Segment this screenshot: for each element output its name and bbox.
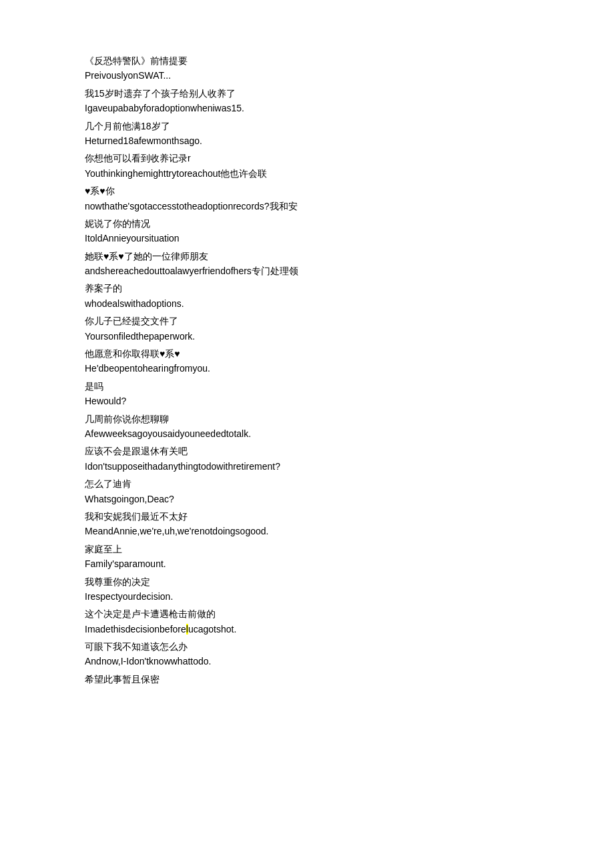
pair-10: 是吗 Hewould?	[85, 379, 529, 409]
english-7: whodealswithadoptions.	[85, 296, 529, 311]
pair-18: 可眼下我不知道该怎么办 Andnow,I-Idon'tknowwhattodo.	[85, 639, 529, 669]
pair-3: 你想他可以看到收养记录r Youthinkinghemighttrytoreac…	[85, 151, 529, 181]
english-17-before: Imadethisdecisionbefore	[85, 624, 186, 634]
english-14: MeandAnnie,we're,uh,we'renotdoingsogood.	[85, 524, 529, 538]
pair-7: 养案子的 whodealswithadoptions.	[85, 281, 529, 311]
chinese-15: 家庭至上	[85, 542, 529, 556]
pair-15: 家庭至上 Family'sparamount.	[85, 542, 529, 572]
english-11: Afewweeksagoyousaidyouneededtotalk.	[85, 426, 529, 441]
pair-4: ♥系♥你 nowthathe'sgotaccesstotheadoptionre…	[85, 183, 529, 213]
english-4: nowthathe'sgotaccesstotheadoptionrecords…	[85, 199, 529, 213]
chinese-19: 希望此事暂且保密	[85, 672, 529, 687]
chinese-5: 妮说了你的情况	[85, 216, 529, 231]
chinese-1: 我15岁时遗弃了个孩子给别人收养了	[85, 86, 529, 101]
pair-13: 怎么了迪肯 Whatsgoingon,Deac?	[85, 476, 529, 506]
english-17-after: ucagotshot.	[188, 624, 236, 634]
chinese-12: 应该不会是跟退休有关吧	[85, 444, 529, 458]
chinese-4: ♥系♥你	[85, 183, 529, 198]
chinese-0: 《反恐特警队》前情提要	[85, 53, 529, 68]
main-content: 《反恐特警队》前情提要 PreivouslyonSWAT... 我15岁时遗弃了…	[85, 53, 529, 687]
english-18: Andnow,I-Idon'tknowwhattodo.	[85, 654, 529, 669]
english-0: PreivouslyonSWAT...	[85, 68, 529, 83]
chinese-7: 养案子的	[85, 281, 529, 296]
english-17: Imadethisdecisionbeforelucagotshot.	[85, 622, 529, 636]
chinese-16: 我尊重你的决定	[85, 574, 529, 589]
english-3: Youthinkinghemighttrytoreachout他也许会联	[85, 166, 529, 181]
chinese-9: 他愿意和你取得联♥系♥	[85, 346, 529, 361]
pair-6: 她联♥系♥了她的一位律师朋友 andshereachedouttoalawyer…	[85, 249, 529, 279]
chinese-18: 可眼下我不知道该怎么办	[85, 639, 529, 654]
english-13: Whatsgoingon,Deac?	[85, 492, 529, 506]
pair-1: 我15岁时遗弃了个孩子给别人收养了 Igaveupababyforadoptio…	[85, 86, 529, 116]
chinese-8: 你儿子已经提交文件了	[85, 314, 529, 328]
pair-14: 我和安妮我们最近不太好 MeandAnnie,we're,uh,we'renot…	[85, 509, 529, 539]
pair-0: 《反恐特警队》前情提要 PreivouslyonSWAT...	[85, 53, 529, 83]
english-16: Irespectyourdecision.	[85, 589, 529, 604]
chinese-11: 几周前你说你想聊聊	[85, 412, 529, 426]
pair-5: 妮说了你的情况 ItoldAnnieyoursituation	[85, 216, 529, 246]
english-8: Yoursonfiledthepaperwork.	[85, 329, 529, 344]
chinese-13: 怎么了迪肯	[85, 476, 529, 491]
english-5: ItoldAnnieyoursituation	[85, 231, 529, 246]
pair-9: 他愿意和你取得联♥系♥ He'dbeopentohearingfromyou.	[85, 346, 529, 376]
english-2: Heturned18afewmonthsago.	[85, 133, 529, 148]
english-15: Family'sparamount.	[85, 556, 529, 571]
chinese-3: 你想他可以看到收养记录r	[85, 151, 529, 165]
pair-8: 你儿子已经提交文件了 Yoursonfiledthepaperwork.	[85, 314, 529, 344]
chinese-6: 她联♥系♥了她的一位律师朋友	[85, 249, 529, 264]
chinese-10: 是吗	[85, 379, 529, 394]
english-1: Igaveupababyforadoptionwheniwas15.	[85, 101, 529, 115]
english-12: Idon'tsupposeithadanythingtodowithretire…	[85, 459, 529, 474]
english-9: He'dbeopentohearingfromyou.	[85, 361, 529, 376]
chinese-14: 我和安妮我们最近不太好	[85, 509, 529, 524]
pair-17: 这个决定是卢卡遭遇枪击前做的 Imadethisdecisionbeforelu…	[85, 606, 529, 636]
english-10: Hewould?	[85, 394, 529, 408]
pair-19: 希望此事暂且保密	[85, 672, 529, 687]
english-6: andshereachedouttoalawyerfriendofhers专门处…	[85, 264, 529, 278]
pair-12: 应该不会是跟退休有关吧 Idon'tsupposeithadanythingto…	[85, 444, 529, 474]
chinese-2: 几个月前他满18岁了	[85, 119, 529, 133]
pair-11: 几周前你说你想聊聊 Afewweeksagoyousaidyouneededto…	[85, 412, 529, 442]
pair-16: 我尊重你的决定 Irespectyourdecision.	[85, 574, 529, 604]
chinese-17: 这个决定是卢卡遭遇枪击前做的	[85, 606, 529, 621]
pair-2: 几个月前他满18岁了 Heturned18afewmonthsago.	[85, 119, 529, 149]
